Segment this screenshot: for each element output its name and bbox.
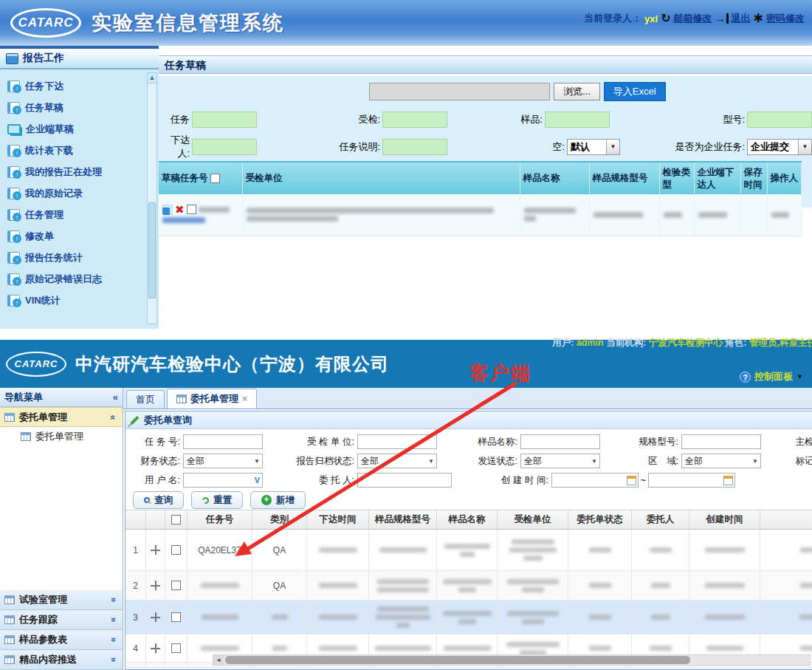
scrollbar-thumb[interactable] [225,656,690,664]
scroll-up-icon[interactable]: ▲ [148,73,156,83]
scroll-left-icon[interactable]: ◄ [213,655,224,665]
file-upload-input[interactable] [369,83,550,100]
empty-select[interactable]: 默认 ▼ [567,139,620,155]
unit-input[interactable] [357,434,437,449]
task-input[interactable] [192,112,257,128]
accordion-lab-manage[interactable]: 试验室管理 « [0,590,123,610]
finance-select[interactable]: 全部▼ [183,454,263,468]
username-select[interactable]: V [183,473,263,488]
sidebar-item-change-order[interactable]: ↑ 修改单 [0,225,159,247]
sidebar-item-my-raw-records[interactable]: ↑ 我的原始记录 [0,182,159,204]
chevron-down-icon: « [108,615,118,625]
move-icon[interactable] [151,643,160,653]
redacted-task-no [199,207,230,213]
delegate-input[interactable] [357,473,452,488]
calendar-icon[interactable] [627,476,636,485]
desc-input[interactable] [382,139,447,155]
col-sample-spec: 样品规格型号 [589,162,659,194]
ctime-to-input[interactable] [648,473,735,488]
sample-input[interactable] [520,434,600,449]
browse-button[interactable]: 浏览... [554,83,600,100]
email-edit-link[interactable]: 邮箱修改 [674,12,712,25]
redacted-links[interactable] [162,217,205,223]
control-panel-button[interactable]: ? 控制面板 ▼ [740,370,803,383]
sidebar-item-stats-download[interactable]: ↑ 统计表下载 [0,140,159,161]
table-row-selected[interactable]: 3 [125,601,812,635]
sidebar-item-task-draft[interactable]: ↑ 任务草稿 [0,97,159,118]
table-row[interactable]: 1 QA20EL37 QA [125,530,812,571]
col-save-time: 保存时间 [740,162,767,194]
catarc-logo: CATARC [10,8,81,38]
enterprise-select[interactable]: 企业提交 ▼ [747,139,812,155]
nav-sidebar: 导航菜单 « 委托单管理 « 委托单管理 试验室管理 « 任务跟踪 [0,388,123,670]
sidebar-item-task-manage[interactable]: ↑ 任务管理 [0,204,159,225]
select-all-checkbox[interactable] [210,174,220,183]
model-input[interactable] [747,112,812,128]
grid-icon [4,595,15,604]
row-checkbox[interactable] [171,545,181,555]
select-all-checkbox[interactable] [171,515,181,524]
delete-icon[interactable]: ✖ [175,204,185,215]
accordion-task-track[interactable]: 任务跟踪 « [0,610,123,630]
sidebar-item-enterprise-draft[interactable]: 企业端草稿 [0,118,159,140]
row-checkbox[interactable] [187,205,196,214]
accordion-sample-params[interactable]: 样品参数表 « [0,630,123,650]
doc-arrow-icon: ↑ [7,273,20,285]
sidebar-item-my-reports-processing[interactable]: ↑ 我的报告正在处理 [0,161,159,182]
sidebar-item-report-task-stats[interactable]: ↑ 报告任务统计 [0,247,159,268]
redacted-issuer [698,212,727,218]
ctime-from-input[interactable] [551,473,639,488]
calendar-icon[interactable] [723,476,733,485]
logout-icon[interactable]: → [715,13,729,24]
sidebar-item-vin-stats[interactable]: ↑ VIN统计 [0,290,159,311]
tab-close-icon[interactable]: × [242,394,247,404]
sidebar-scrollbar[interactable]: ▲ [147,72,157,324]
horizontal-scrollbar[interactable]: ◄ [213,654,811,666]
password-edit-link[interactable]: 密码修改 [766,12,805,25]
region-select[interactable]: 全部▼ [681,454,761,468]
col-category: 类别 [252,510,307,529]
row-checkbox[interactable] [171,581,181,590]
accordion-content-push[interactable]: 精品内容推送 « [0,650,123,670]
doc-arrow-icon: ↑ [7,166,20,178]
doc-arrow-icon: ↑ [7,295,20,307]
issuer-input[interactable] [192,139,257,155]
col-draft-task-no: 草稿任务号 [162,173,208,183]
query-button[interactable]: 查询 [133,491,184,509]
submenu-entrust-manage[interactable]: 委托单管理 [0,427,123,446]
send-label: 发送状态: [469,455,520,468]
gear-icon[interactable]: ✱ [754,13,763,24]
sample-input[interactable] [545,112,610,128]
sidebar-header-report-work[interactable]: 报告工作 [0,49,159,69]
username-label: 用 户 名: [125,474,183,487]
row-checkbox[interactable] [171,643,181,653]
accordion-entrust-manage[interactable]: 委托单管理 « [0,407,123,427]
tab-entrust-manage[interactable]: 委托单管理 × [167,389,257,409]
move-icon[interactable] [151,612,160,622]
spec-input[interactable] [681,434,761,449]
sidebar-item-task-issue[interactable]: ↑ 任务下达 [0,75,159,97]
row-number: 1 [125,530,146,571]
reset-button[interactable]: 重置 [191,491,243,509]
send-select[interactable]: 全部▼ [520,454,600,468]
move-icon[interactable] [151,581,160,590]
doc-arrow-icon: ↑ [7,188,20,199]
edit-icon[interactable] [162,205,173,215]
inspected-input[interactable] [382,112,447,128]
task-no-input[interactable] [183,434,263,449]
refresh-icon[interactable]: ↻ [661,13,670,24]
move-icon[interactable] [151,545,160,555]
logout-link[interactable]: 退出 [732,12,751,25]
tab-home[interactable]: 首页 [126,390,165,409]
add-button[interactable]: + 新增 [250,491,306,509]
row-checkbox[interactable] [171,612,181,622]
doc-arrow-icon: ↑ [7,145,20,157]
collapse-sidebar-icon[interactable]: « [113,392,118,403]
table-row[interactable]: 2 QA [125,571,812,601]
import-excel-button[interactable]: 导入Excel [604,82,666,101]
chevron-up-icon: « [108,412,118,423]
archive-select[interactable]: 全部▼ [357,454,437,468]
sidebar-item-raw-record-error-log[interactable]: ↑ 原始记录错误日志 [0,268,159,290]
scrollbar-thumb[interactable] [148,202,156,298]
company-title: 中汽研汽车检验中心（宁波）有限公司 [75,352,389,376]
